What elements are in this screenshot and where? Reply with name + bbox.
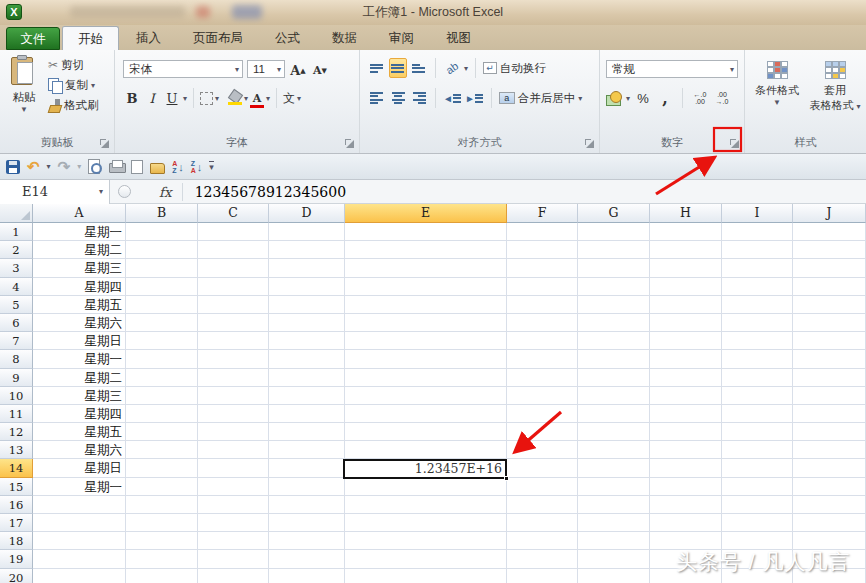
cell-e5[interactable]	[345, 296, 507, 314]
cell-j3[interactable]	[793, 259, 866, 277]
row-header-5[interactable]: 5	[0, 296, 33, 314]
grow-font-button[interactable]: A▲	[289, 60, 307, 80]
row-header-1[interactable]: 1	[0, 223, 33, 241]
cell-j14[interactable]	[793, 459, 866, 477]
accounting-format-icon[interactable]	[606, 91, 622, 105]
column-header-g[interactable]: G	[578, 204, 650, 223]
cell-d1[interactable]	[269, 223, 345, 241]
tab-5[interactable]: 数据	[317, 26, 372, 50]
percent-style-button[interactable]: %	[634, 88, 652, 108]
cell-i10[interactable]	[722, 387, 793, 405]
cell-g12[interactable]	[578, 423, 650, 441]
decrease-indent-icon[interactable]: ◄	[443, 88, 462, 108]
copy-button[interactable]: 复制 ▾	[48, 75, 99, 95]
accounting-dropdown-icon[interactable]: ▾	[626, 94, 630, 103]
cell-f2[interactable]	[507, 241, 578, 259]
cell-b7[interactable]	[126, 332, 198, 350]
cell-b16[interactable]	[126, 496, 198, 514]
paste-dropdown-icon[interactable]: ▼	[4, 105, 44, 114]
cell-d3[interactable]	[269, 259, 345, 277]
cell-e12[interactable]	[345, 423, 507, 441]
cell-f7[interactable]	[507, 332, 578, 350]
phonetic-guide-icon[interactable]: 文	[283, 90, 295, 107]
name-box[interactable]: E14 ▾	[0, 180, 110, 204]
cell-e18[interactable]	[345, 532, 507, 550]
column-header-b[interactable]: B	[126, 204, 198, 223]
cell-f10[interactable]	[507, 387, 578, 405]
cell-f3[interactable]	[507, 259, 578, 277]
tab-3[interactable]: 页面布局	[178, 26, 258, 50]
cell-h2[interactable]	[650, 241, 722, 259]
cell-e9[interactable]	[345, 369, 507, 387]
cell-d7[interactable]	[269, 332, 345, 350]
cell-h15[interactable]	[650, 478, 722, 496]
cell-c17[interactable]	[198, 514, 269, 532]
column-header-h[interactable]: H	[650, 204, 722, 223]
alignment-dialog-launcher-icon[interactable]	[584, 138, 595, 149]
column-header-j[interactable]: J	[793, 204, 866, 223]
cell-b8[interactable]	[126, 350, 198, 368]
cell-a11[interactable]: 星期四	[33, 405, 126, 423]
cell-c19[interactable]	[198, 550, 269, 568]
row-header-17[interactable]: 17	[0, 514, 33, 532]
cell-a14[interactable]: 星期日	[33, 459, 126, 477]
format-as-table-button[interactable]: 套用 表格格式 ▾	[807, 56, 863, 113]
paste-button[interactable]: 粘贴 ▼	[4, 55, 44, 114]
cell-i3[interactable]	[722, 259, 793, 277]
row-header-6[interactable]: 6	[0, 314, 33, 332]
cell-b11[interactable]	[126, 405, 198, 423]
cell-c1[interactable]	[198, 223, 269, 241]
cell-g4[interactable]	[578, 278, 650, 296]
row-header-2[interactable]: 2	[0, 241, 33, 259]
cell-j15[interactable]	[793, 478, 866, 496]
cell-e7[interactable]	[345, 332, 507, 350]
cell-e2[interactable]	[345, 241, 507, 259]
redo-dropdown-icon[interactable]: ▾	[77, 162, 81, 171]
tab-file[interactable]: 文件	[6, 27, 60, 50]
cell-i9[interactable]	[722, 369, 793, 387]
cell-j9[interactable]	[793, 369, 866, 387]
cell-j10[interactable]	[793, 387, 866, 405]
cell-c18[interactable]	[198, 532, 269, 550]
cell-e17[interactable]	[345, 514, 507, 532]
cell-f1[interactable]	[507, 223, 578, 241]
cell-c13[interactable]	[198, 441, 269, 459]
cell-d8[interactable]	[269, 350, 345, 368]
cell-e13[interactable]	[345, 441, 507, 459]
save-icon[interactable]	[6, 160, 20, 174]
cell-i11[interactable]	[722, 405, 793, 423]
orientation-icon[interactable]: ab	[439, 55, 465, 82]
formula-input[interactable]: 12345678912345600	[195, 184, 346, 200]
cell-g13[interactable]	[578, 441, 650, 459]
cell-h3[interactable]	[650, 259, 722, 277]
cell-a18[interactable]	[33, 532, 126, 550]
cell-g9[interactable]	[578, 369, 650, 387]
cell-g20[interactable]	[578, 569, 650, 583]
cell-c15[interactable]	[198, 478, 269, 496]
cell-h10[interactable]	[650, 387, 722, 405]
qat-more-icon[interactable]: ▾	[209, 161, 214, 172]
cell-a16[interactable]	[33, 496, 126, 514]
cell-j12[interactable]	[793, 423, 866, 441]
cell-a12[interactable]: 星期五	[33, 423, 126, 441]
cell-d10[interactable]	[269, 387, 345, 405]
row-header-11[interactable]: 11	[0, 405, 33, 423]
cell-f15[interactable]	[507, 478, 578, 496]
cell-c5[interactable]	[198, 296, 269, 314]
cell-d5[interactable]	[269, 296, 345, 314]
tab-2[interactable]: 插入	[121, 26, 176, 50]
row-header-8[interactable]: 8	[0, 350, 33, 368]
new-document-icon[interactable]	[131, 160, 143, 174]
phonetic-dropdown-icon[interactable]: ▾	[297, 94, 301, 103]
row-header-12[interactable]: 12	[0, 423, 33, 441]
sort-descending-icon[interactable]: ZA ↓	[191, 160, 203, 174]
cell-d15[interactable]	[269, 478, 345, 496]
cell-g3[interactable]	[578, 259, 650, 277]
cell-a4[interactable]: 星期四	[33, 278, 126, 296]
cell-d9[interactable]	[269, 369, 345, 387]
cell-d6[interactable]	[269, 314, 345, 332]
cell-h13[interactable]	[650, 441, 722, 459]
format-painter-button[interactable]: 格式刷	[48, 95, 99, 115]
cell-a8[interactable]: 星期一	[33, 350, 126, 368]
cell-c7[interactable]	[198, 332, 269, 350]
